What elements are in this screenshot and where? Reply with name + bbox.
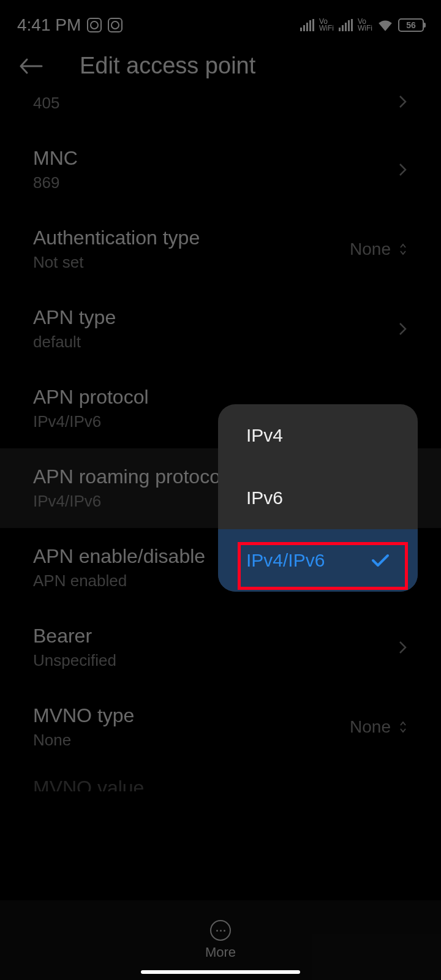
setting-label: MVNO type [33,704,134,727]
vowifi-label: VoWiFi [319,18,334,32]
setting-value: Unspecified [33,651,116,670]
option-label: IPv6 [246,488,283,508]
signal-icon [300,19,314,31]
row-mvno-type[interactable]: MVNO type None None [0,687,441,767]
setting-label: Authentication type [33,227,200,249]
updown-icon [398,242,408,257]
home-indicator[interactable] [141,970,300,974]
setting-label: APN enable/disable [33,545,205,568]
setting-label: APN protocol [33,386,149,409]
setting-right-value: None [350,717,391,737]
setting-value: Not set [33,253,200,272]
chevron-right-icon [398,162,408,177]
setting-value: APN enabled [33,571,205,590]
updown-icon [398,720,408,734]
setting-label: Bearer [33,625,116,647]
setting-value: IPv4/IPv6 [33,492,225,511]
row-apn-type[interactable]: APN type default [0,289,441,369]
chevron-right-icon [398,322,408,336]
setting-right-value: None [350,239,391,259]
battery-icon: 56 [398,18,424,32]
wifi-icon [377,19,393,31]
setting-label: MVNO value [33,777,144,792]
setting-label: APN roaming protocol [33,466,225,488]
setting-label: MNC [33,147,78,170]
status-bar: 4:41 PM VoWiFi VoWiFi 56 [0,0,441,42]
header: Edit access point [0,42,441,90]
status-time: 4:41 PM [17,15,81,35]
back-icon[interactable] [18,57,43,75]
row-mnc[interactable]: MNC 869 [0,130,441,209]
annotation-highlight [238,542,408,590]
setting-value: default [33,333,116,352]
more-icon[interactable] [210,920,231,941]
row-mvno-value[interactable]: MVNO value [0,767,441,791]
setting-value: None [33,731,134,750]
signal-icon [339,19,353,31]
dropdown-option-ipv6[interactable]: IPv6 [218,467,418,529]
instagram-icon [87,18,102,32]
chevron-right-icon [398,640,408,655]
row-mcc[interactable]: 405 [0,90,441,130]
instagram-icon [108,18,123,32]
setting-value: 405 [33,94,59,113]
chevron-right-icon [398,94,408,109]
more-label: More [205,944,236,960]
setting-value: 869 [33,173,78,192]
setting-label: APN type [33,306,116,329]
page-title: Edit access point [80,53,255,79]
row-auth-type[interactable]: Authentication type Not set None [0,209,441,289]
vowifi-label: VoWiFi [358,18,372,32]
row-bearer[interactable]: Bearer Unspecified [0,608,441,687]
dropdown-option-ipv4[interactable]: IPv4 [218,404,418,467]
setting-value: IPv4/IPv6 [33,412,149,431]
bottom-bar: More [0,900,441,980]
option-label: IPv4 [246,425,283,446]
